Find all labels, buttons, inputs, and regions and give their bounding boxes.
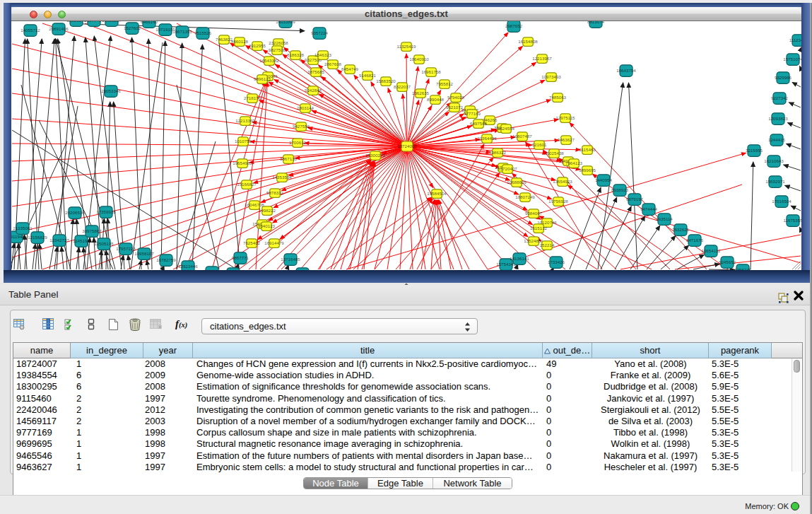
svg-text:12505135: 12505135 [94, 241, 114, 246]
svg-text:12923446: 12923446 [178, 264, 198, 269]
svg-text:12093823: 12093823 [768, 116, 788, 121]
svg-text:9227342: 9227342 [771, 95, 789, 100]
svg-text:8990448: 8990448 [427, 97, 445, 102]
svg-text:13041652: 13041652 [202, 269, 222, 270]
svg-text:17957223: 17957223 [116, 246, 136, 251]
svg-text:19756928: 19756928 [548, 199, 568, 204]
svg-text:13716485: 13716485 [281, 257, 300, 262]
svg-text:1362635: 1362635 [412, 90, 430, 95]
svg-text:5878332: 5878332 [266, 190, 284, 195]
svg-text:18807249: 18807249 [515, 194, 535, 199]
svg-text:8912955: 8912955 [249, 43, 266, 48]
svg-text:16046708: 16046708 [245, 202, 264, 207]
svg-text:8454749: 8454749 [341, 66, 359, 71]
svg-text:8186328: 8186328 [287, 52, 305, 57]
svg-text:7625402: 7625402 [243, 240, 261, 245]
svg-text:18640910: 18640910 [409, 57, 429, 62]
svg-text:16210643: 16210643 [764, 158, 784, 163]
svg-text:9474444: 9474444 [640, 206, 658, 211]
svg-text:9427552: 9427552 [293, 124, 310, 129]
svg-text:9329966: 9329966 [775, 75, 792, 80]
svg-text:7964123: 7964123 [565, 160, 583, 165]
svg-text:10653267: 10653267 [102, 21, 122, 23]
svg-text:14353594: 14353594 [272, 175, 292, 180]
svg-text:9463627: 9463627 [558, 137, 575, 142]
svg-text:1615132: 1615132 [530, 226, 548, 230]
svg-text:21364436: 21364436 [477, 136, 497, 141]
svg-text:25300273: 25300273 [365, 153, 385, 158]
svg-text:2935114: 2935114 [656, 216, 673, 221]
svg-text:16782759: 16782759 [156, 257, 176, 262]
svg-text:6497568: 6497568 [470, 121, 488, 126]
svg-text:7463822: 7463822 [216, 37, 233, 42]
svg-text:9146821: 9146821 [359, 73, 377, 78]
svg-text:9084067: 9084067 [525, 211, 543, 216]
svg-text:12213967: 12213967 [532, 56, 552, 61]
svg-text:9242848: 9242848 [305, 88, 322, 93]
svg-text:12342737: 12342737 [49, 238, 69, 243]
svg-text:16033809: 16033809 [276, 21, 295, 24]
svg-text:10025438: 10025438 [544, 151, 564, 156]
svg-text:9340123: 9340123 [258, 223, 276, 228]
svg-text:10688609: 10688609 [507, 180, 526, 185]
svg-text:1733426: 1733426 [548, 259, 565, 264]
svg-text:17359938: 17359938 [96, 209, 116, 214]
svg-text:10807487: 10807487 [512, 134, 532, 139]
svg-text:15720407: 15720407 [498, 166, 517, 171]
svg-text:2987652: 2987652 [505, 23, 523, 28]
svg-text:9357224: 9357224 [311, 30, 329, 35]
svg-text:6466160: 6466160 [141, 21, 158, 24]
svg-text:12156829: 12156829 [28, 235, 47, 240]
svg-text:2803144: 2803144 [297, 105, 314, 110]
svg-text:8938923: 8938923 [611, 187, 629, 192]
svg-text:19584504: 19584504 [427, 191, 447, 196]
svg-text:9794028: 9794028 [447, 95, 465, 100]
svg-text:18856543: 18856543 [66, 21, 86, 23]
svg-text:1440954: 1440954 [595, 177, 613, 182]
svg-text:9356245: 9356245 [734, 267, 752, 270]
svg-text:11325419: 11325419 [396, 44, 416, 49]
svg-text:12213369: 12213369 [235, 118, 255, 123]
svg-text:16543382: 16543382 [259, 58, 279, 63]
svg-text:12975115: 12975115 [555, 115, 575, 120]
svg-text:9115460: 9115460 [579, 147, 596, 152]
svg-text:10654112: 10654112 [701, 248, 721, 253]
svg-text:9857771: 9857771 [232, 255, 249, 260]
svg-text:8471676: 8471676 [686, 238, 704, 243]
svg-text:9899695: 9899695 [579, 168, 596, 173]
svg-text:23226058: 23226058 [269, 40, 288, 45]
svg-text:8660128: 8660128 [231, 39, 249, 44]
svg-text:8813074: 8813074 [587, 21, 605, 24]
svg-text:18724007: 18724007 [397, 144, 417, 148]
svg-text:16154808: 16154808 [518, 39, 538, 44]
svg-text:17016504: 17016504 [772, 199, 792, 204]
svg-text:8322037: 8322037 [394, 84, 411, 89]
svg-text:14136141: 14136141 [510, 256, 529, 261]
svg-text:7986322: 7986322 [489, 150, 507, 155]
svg-text:19654983: 19654983 [233, 160, 252, 165]
svg-text:15692971: 15692971 [765, 179, 785, 184]
svg-text:11675355: 11675355 [783, 218, 801, 223]
svg-text:621601: 621601 [532, 142, 547, 147]
svg-text:7955812: 7955812 [436, 81, 454, 86]
svg-text:7485063: 7485063 [549, 95, 567, 100]
svg-text:9621072: 9621072 [446, 105, 464, 110]
svg-text:1546323: 1546323 [314, 52, 332, 57]
svg-text:20891406: 20891406 [49, 26, 69, 31]
svg-text:252214: 252214 [540, 243, 555, 247]
svg-text:10977464: 10977464 [84, 21, 104, 23]
svg-text:7515526: 7515526 [194, 30, 212, 35]
svg-text:13654923: 13654923 [553, 179, 572, 184]
svg-text:20206536: 20206536 [65, 210, 85, 215]
svg-text:1527602: 1527602 [124, 25, 141, 30]
svg-text:9245652: 9245652 [719, 259, 736, 264]
svg-text:15883520: 15883520 [376, 78, 396, 83]
svg-text:1700612: 1700612 [289, 140, 307, 145]
svg-text:10958107: 10958107 [134, 251, 154, 256]
svg-text:1244415: 1244415 [768, 137, 786, 142]
svg-text:3624554: 3624554 [498, 126, 515, 131]
svg-text:15751074: 15751074 [783, 57, 801, 62]
svg-text:9777169: 9777169 [464, 111, 481, 116]
svg-text:7632621: 7632621 [672, 227, 690, 232]
svg-text:1145194: 1145194 [73, 238, 90, 243]
